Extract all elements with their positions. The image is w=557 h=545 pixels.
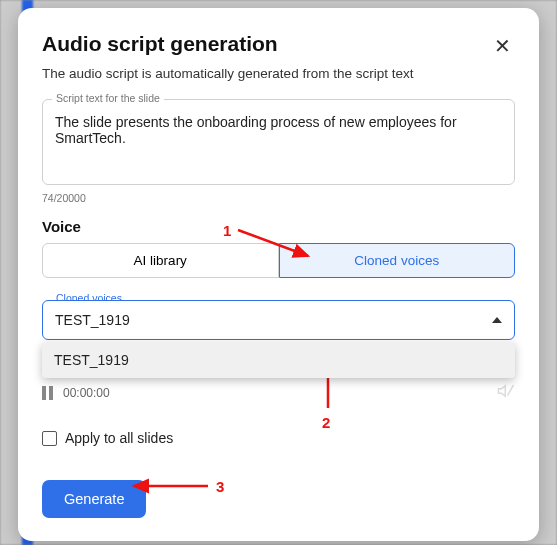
tab-ai-library[interactable]: AI library bbox=[42, 243, 279, 278]
audio-script-modal: Audio script generation ✕ The audio scri… bbox=[18, 8, 539, 541]
apply-all-label: Apply to all slides bbox=[65, 430, 173, 446]
pause-icon[interactable] bbox=[42, 386, 53, 400]
dropdown-option[interactable]: TEST_1919 bbox=[42, 342, 515, 378]
modal-header: Audio script generation ✕ bbox=[42, 32, 515, 60]
cloned-voice-select[interactable]: TEST_1919 bbox=[42, 300, 515, 340]
cloned-voice-dropdown: TEST_1919 bbox=[42, 342, 515, 378]
player-time: 00:00:00 bbox=[63, 386, 110, 400]
script-text-input[interactable] bbox=[42, 99, 515, 185]
apply-all-checkbox[interactable] bbox=[42, 431, 57, 446]
volume-muted-icon[interactable] bbox=[497, 382, 515, 404]
script-text-label: Script text for the slide bbox=[52, 92, 164, 104]
modal-subtitle: The audio script is automatically genera… bbox=[42, 66, 515, 81]
cloned-voice-selected-value: TEST_1919 bbox=[55, 312, 130, 328]
voice-heading: Voice bbox=[42, 218, 515, 235]
script-text-field: Script text for the slide bbox=[42, 99, 515, 189]
chevron-up-icon bbox=[492, 317, 502, 323]
audio-player: 00:00:00 bbox=[42, 382, 515, 404]
apply-all-row: Apply to all slides bbox=[42, 430, 515, 446]
cloned-voice-select-wrap: Cloned voices TEST_1919 TEST_1919 bbox=[42, 300, 515, 340]
modal-title: Audio script generation bbox=[42, 32, 278, 56]
voice-tabs: AI library Cloned voices bbox=[42, 243, 515, 278]
generate-button[interactable]: Generate bbox=[42, 480, 146, 518]
close-button[interactable]: ✕ bbox=[490, 32, 515, 60]
char-counter: 74/20000 bbox=[42, 192, 515, 204]
tab-cloned-voices[interactable]: Cloned voices bbox=[279, 243, 516, 278]
svg-line-0 bbox=[508, 385, 514, 396]
annotation-2: 2 bbox=[322, 414, 330, 431]
close-icon: ✕ bbox=[494, 35, 511, 57]
annotation-3: 3 bbox=[216, 478, 224, 495]
